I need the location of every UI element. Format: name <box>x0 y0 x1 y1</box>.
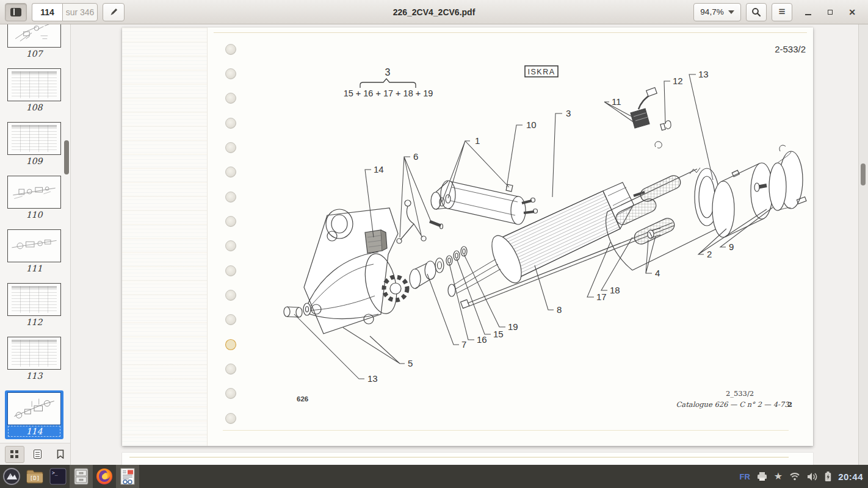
close-icon: ✕ <box>848 7 856 17</box>
search-icon <box>751 7 761 17</box>
thumbnail-label: 107 <box>6 49 62 59</box>
zoom-level-dropdown[interactable]: 94,7% <box>693 3 741 21</box>
callout-label: 15 <box>493 329 504 339</box>
tab-bookmarks[interactable] <box>51 446 70 463</box>
callout-label: 13 <box>367 373 378 384</box>
callout-label: 12 <box>673 76 683 86</box>
thumbnail-sketch <box>8 24 60 47</box>
svg-text:[D]: [D] <box>30 475 40 481</box>
printer-icon[interactable] <box>757 472 767 481</box>
pdf-page-114: 2-533/2 3 15 + 16 + 17 + 18 + 19 ISKRA <box>122 27 813 446</box>
exploded-diagram: 2-533/2 3 15 + 16 + 17 + 18 + 19 ISKRA <box>122 27 813 446</box>
wifi-icon[interactable] <box>789 472 800 481</box>
callout-label: 13 <box>698 69 709 79</box>
rubber-block <box>365 230 387 253</box>
thumbnail-page-108[interactable]: 108 <box>6 68 62 113</box>
annotations-list-icon <box>34 450 42 459</box>
brush <box>660 121 671 131</box>
brand-stamp: ISKRA <box>525 66 558 77</box>
pencil-icon <box>109 7 118 17</box>
file-manager-icon: [D] <box>26 468 44 484</box>
callout-label: 3 <box>566 108 571 118</box>
volume-icon[interactable] <box>807 472 818 481</box>
thumbnail-sketch <box>8 230 60 262</box>
callout-label: 19 <box>508 321 518 332</box>
tab-annotations[interactable] <box>28 446 48 463</box>
thumbnails-sidebar: 107 108 109 <box>0 24 71 465</box>
close-button[interactable]: ✕ <box>847 7 857 17</box>
star-icon[interactable]: ★ <box>774 472 783 481</box>
page-footer: 2_533/2 Catalogue 626 — C n° 2 — 4-73 2 <box>676 389 793 409</box>
thumbnail-sketch <box>12 286 57 313</box>
thumbnail-page-112[interactable]: 112 <box>6 283 62 328</box>
sidebar-mode-tabs <box>0 443 70 465</box>
header-bar: 226_2CV4_2CV6.pdf sur 346 94,7% <box>0 0 868 24</box>
menu-icon: ≡ <box>778 5 785 17</box>
file-cabinet-icon <box>74 468 89 485</box>
document-scrollbar[interactable] <box>858 24 868 465</box>
battery-charging-icon[interactable] <box>825 472 831 482</box>
starter-motor-drawing <box>284 88 806 334</box>
clock[interactable]: 20:44 <box>838 472 863 482</box>
taskbar-window-firefox[interactable] <box>93 465 116 488</box>
callout-label: 16 <box>477 334 487 345</box>
taskbar-window-archive-manager[interactable] <box>70 465 93 488</box>
thumbnail-page-114-selected[interactable]: 114 <box>5 390 63 439</box>
thumbnail-page-107[interactable]: 107 <box>6 24 62 60</box>
maximize-icon <box>828 10 833 15</box>
sidebar-toggle-button[interactable] <box>5 3 27 21</box>
thumbnail-page-113[interactable]: 113 <box>6 337 62 382</box>
callout-label: 11 <box>612 96 621 107</box>
yoke-housing <box>712 163 773 237</box>
thumbnail-sketch <box>12 125 57 152</box>
launcher-distro-menu[interactable] <box>0 465 23 488</box>
footer-catalogue: Catalogue 626 — C n° 2 — 4-73 <box>676 400 790 409</box>
brush-holder <box>631 88 657 128</box>
launcher-file-manager[interactable]: [D] <box>23 465 46 488</box>
distro-logo-icon <box>2 467 21 486</box>
sidebar-toggle-icon <box>10 8 21 16</box>
document-scrollbar-thumb[interactable] <box>861 163 866 185</box>
callout-label: 18 <box>610 285 620 295</box>
thumbnail-label: 111 <box>6 264 62 273</box>
minimize-icon <box>805 14 811 15</box>
thumbnail-label: 114 <box>9 426 60 436</box>
group-number: 3 <box>385 67 391 77</box>
page-navigation: sur 346 <box>32 3 98 21</box>
annotate-button[interactable] <box>103 3 125 21</box>
taskbar-window-document-viewer[interactable] <box>116 465 139 488</box>
system-tray: FR ★ 20:44 <box>739 472 868 482</box>
callout-label: 17 <box>596 292 607 302</box>
thumbnail-sketch <box>8 176 60 208</box>
firefox-icon <box>95 467 114 486</box>
terminal-icon: >_ <box>49 468 67 485</box>
tab-thumbnails[interactable] <box>5 446 24 463</box>
sheet-reference: 2-533/2 <box>775 44 806 54</box>
thumbnail-sketch <box>12 340 57 367</box>
thumbnail-page-109[interactable]: 109 <box>6 122 62 167</box>
taskbar: [D] >_ <box>0 465 868 488</box>
thumbnail-list: 107 108 109 <box>0 24 70 443</box>
menu-button[interactable]: ≡ <box>772 3 792 21</box>
thumbnail-sketch <box>8 393 60 425</box>
callout-label: 9 <box>729 242 734 252</box>
bushing <box>284 307 302 317</box>
maximize-button[interactable] <box>825 7 835 17</box>
sidebar-scrollbar-thumb[interactable] <box>64 140 69 174</box>
page-total-label: sur 346 <box>62 3 98 21</box>
document-viewer-icon <box>120 468 136 485</box>
callout-label: 14 <box>374 164 384 174</box>
binder-holes <box>226 45 236 424</box>
launcher-terminal[interactable]: >_ <box>46 465 70 488</box>
corner-number: 626 <box>297 395 308 403</box>
brand-label: ISKRA <box>527 68 555 76</box>
keyboard-layout-indicator[interactable]: FR <box>739 472 750 481</box>
thumbnail-page-111[interactable]: 111 <box>6 229 62 274</box>
page-number-input[interactable] <box>32 3 62 21</box>
minimize-button[interactable] <box>803 7 813 17</box>
search-button[interactable] <box>746 3 767 21</box>
document-view: 2-533/2 3 15 + 16 + 17 + 18 + 19 ISKRA <box>71 24 868 465</box>
thumbnail-page-110[interactable]: 110 <box>6 176 62 221</box>
washers <box>446 246 467 265</box>
thumbnail-label: 112 <box>6 317 62 327</box>
